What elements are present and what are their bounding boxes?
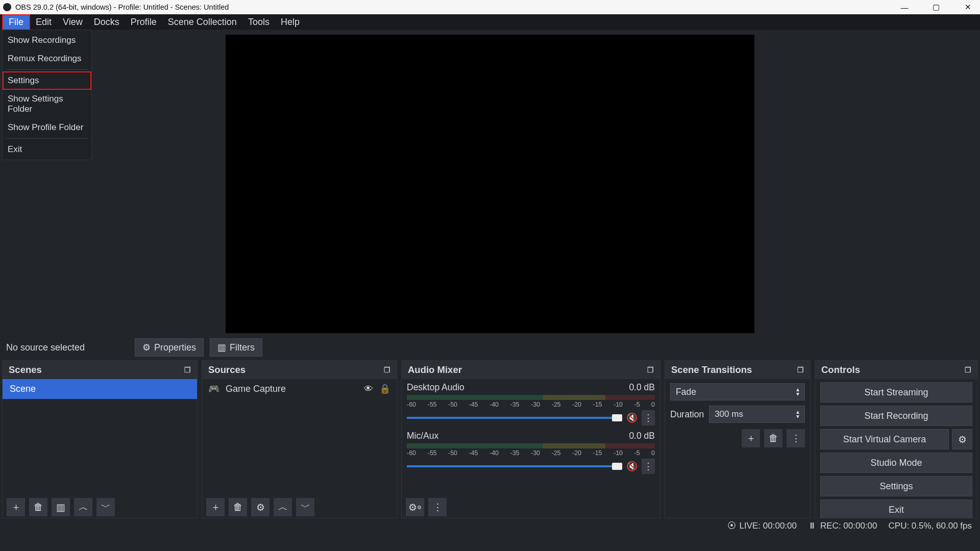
menu-show-profile-folder[interactable]: Show Profile Folder	[3, 118, 91, 137]
duration-value: 300 ms	[715, 409, 743, 419]
menu-file[interactable]: File	[2, 14, 30, 30]
add-scene-button[interactable]: ＋	[7, 498, 25, 516]
transitions-panel: Scene Transitions ❐ Fade ▴▾ Duration 300…	[665, 360, 811, 518]
audio-track: Desktop Audio 0.0 dB -60-55-50-45-40-35-…	[402, 379, 660, 428]
preview-area	[0, 30, 980, 335]
popout-icon[interactable]: ❐	[184, 366, 191, 374]
move-scene-down-button[interactable]: ﹀	[96, 498, 115, 516]
obs-logo-icon	[3, 3, 11, 11]
menu-profile[interactable]: Profile	[125, 15, 162, 29]
audio-mixer-panel: Audio Mixer ❐ Desktop Audio 0.0 dB -60-5…	[401, 360, 660, 518]
virtual-camera-settings-button[interactable]: ⚙	[952, 429, 972, 449]
updown-icon: ▴▾	[796, 387, 799, 396]
sources-title: Sources	[208, 364, 246, 375]
lock-icon[interactable]: 🔒	[379, 383, 390, 394]
minimize-button[interactable]: —	[894, 3, 915, 12]
start-virtual-camera-button[interactable]: Start Virtual Camera	[820, 429, 949, 449]
transition-menu-button[interactable]: ⋮	[787, 429, 805, 447]
move-source-up-button[interactable]: ︿	[274, 498, 292, 516]
add-source-button[interactable]: ＋	[206, 498, 225, 516]
remove-transition-button[interactable]: 🗑	[764, 429, 782, 447]
menu-exit[interactable]: Exit	[3, 140, 91, 159]
status-rec: ⏸ REC: 00:00:00	[808, 521, 877, 531]
maximize-button[interactable]: ▢	[926, 3, 946, 12]
menu-scene-collection[interactable]: Scene Collection	[162, 15, 242, 29]
properties-button[interactable]: ⚙ Properties	[135, 338, 204, 357]
source-properties-button[interactable]: ⚙	[251, 498, 270, 516]
popout-icon[interactable]: ❐	[797, 366, 804, 374]
start-streaming-button[interactable]: Start Streaming	[820, 382, 972, 403]
source-item[interactable]: 🎮 Game Capture 👁 🔒	[202, 379, 397, 398]
status-live: ⦿ LIVE: 00:00:00	[727, 521, 797, 531]
track-menu-button[interactable]: ⋮	[642, 410, 655, 425]
db-ticks: -60-55-50-45-40-35-30-25-20-15-10-50	[407, 401, 655, 408]
popout-icon[interactable]: ❐	[965, 366, 971, 374]
transition-value: Fade	[676, 387, 696, 397]
menu-show-settings-folder[interactable]: Show Settings Folder	[3, 90, 91, 118]
settings-button[interactable]: Settings	[820, 476, 972, 496]
broadcast-icon: ⦿	[727, 521, 736, 531]
duration-label: Duration	[670, 409, 704, 420]
scene-item[interactable]: Scene	[3, 379, 197, 399]
preview-canvas[interactable]	[226, 35, 754, 333]
scenes-panel: Scenes ❐ Scene ＋ 🗑 ▥ ︿ ﹀	[2, 360, 198, 518]
transition-select[interactable]: Fade ▴▾	[670, 383, 805, 400]
advanced-audio-button[interactable]: ⚙⚙	[406, 498, 424, 516]
filters-label: Filters	[230, 342, 255, 353]
status-cpu: CPU: 0.5%, 60.00 fps	[889, 521, 972, 531]
studio-mode-button[interactable]: Studio Mode	[820, 453, 972, 473]
mixer-menu-button[interactable]: ⋮	[428, 498, 447, 516]
gear-icon: ⚙	[142, 342, 151, 353]
controls-title: Controls	[821, 364, 860, 375]
window-title: OBS 29.0.2 (64-bit, windows) - Profile: …	[15, 3, 229, 11]
track-db: 0.0 dB	[629, 431, 655, 441]
volume-slider[interactable]	[407, 417, 622, 419]
menubar: File Edit View Docks Profile Scene Colle…	[0, 14, 980, 30]
popout-icon[interactable]: ❐	[384, 366, 390, 374]
source-label: Game Capture	[226, 384, 286, 394]
mute-icon[interactable]: 🔇	[626, 461, 638, 472]
track-db: 0.0 dB	[629, 382, 655, 393]
source-info-bar: No source selected ⚙ Properties ▥ Filter…	[0, 335, 980, 360]
menu-help[interactable]: Help	[275, 15, 305, 29]
db-ticks: -60-55-50-45-40-35-30-25-20-15-10-50	[407, 449, 655, 457]
properties-label: Properties	[154, 342, 196, 353]
audio-meter	[407, 443, 655, 448]
start-recording-button[interactable]: Start Recording	[820, 406, 972, 426]
menu-tools[interactable]: Tools	[242, 15, 275, 29]
menu-separator	[6, 138, 88, 139]
menu-docks[interactable]: Docks	[88, 15, 125, 29]
scenes-title: Scenes	[9, 364, 42, 375]
menu-edit[interactable]: Edit	[30, 15, 57, 29]
audio-track: Mic/Aux 0.0 dB -60-55-50-45-40-35-30-25-…	[402, 428, 660, 476]
exit-button[interactable]: Exit	[820, 499, 972, 518]
audio-meter	[407, 395, 655, 400]
remove-source-button[interactable]: 🗑	[229, 498, 247, 516]
controls-panel: Controls ❐ Start Streaming Start Recordi…	[815, 360, 978, 518]
menu-remux-recordings[interactable]: Remux Recordings	[3, 49, 91, 68]
menu-show-recordings[interactable]: Show Recordings	[3, 31, 91, 49]
no-source-label: No source selected	[6, 342, 129, 353]
remove-scene-button[interactable]: 🗑	[29, 498, 47, 516]
transitions-title: Scene Transitions	[671, 364, 752, 375]
sources-panel: Sources ❐ 🎮 Game Capture 👁 🔒 ＋ 🗑 ⚙ ︿ ﹀	[202, 360, 397, 518]
titlebar: OBS 29.0.2 (64-bit, windows) - Profile: …	[0, 0, 980, 14]
popout-icon[interactable]: ❐	[647, 366, 654, 374]
mute-icon[interactable]: 🔇	[626, 412, 638, 423]
track-name: Mic/Aux	[407, 431, 438, 441]
move-source-down-button[interactable]: ﹀	[296, 498, 314, 516]
pause-icon: ⏸	[808, 521, 817, 531]
game-capture-icon: 🎮	[208, 383, 219, 394]
menu-view[interactable]: View	[57, 15, 88, 29]
close-button[interactable]: ✕	[958, 3, 978, 12]
menu-settings[interactable]: Settings	[3, 71, 91, 90]
move-scene-up-button[interactable]: ︿	[74, 498, 92, 516]
volume-slider[interactable]	[407, 465, 622, 467]
duration-spinner[interactable]: 300 ms ▴▾	[709, 406, 805, 423]
filters-button[interactable]: ▥ Filters	[210, 338, 262, 357]
add-transition-button[interactable]: ＋	[742, 429, 760, 447]
menu-separator	[6, 69, 88, 70]
visibility-icon[interactable]: 👁	[364, 384, 373, 394]
scene-filters-button[interactable]: ▥	[52, 498, 70, 516]
track-menu-button[interactable]: ⋮	[642, 459, 655, 474]
